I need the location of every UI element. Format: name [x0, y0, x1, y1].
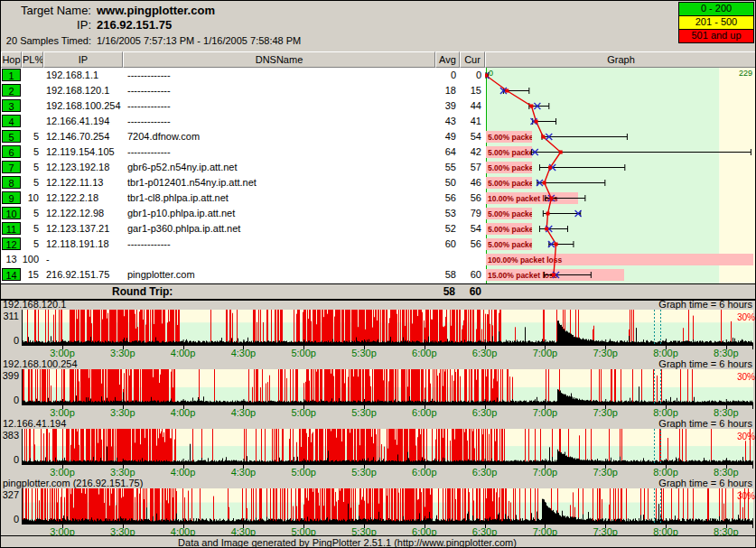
hop-number-badge: 3 [2, 99, 21, 112]
time-axis-end-tick [752, 346, 753, 349]
hop-number-badge: 2 [2, 84, 21, 97]
y-axis-zero-label: 0 [1, 335, 19, 346]
hop-number-badge: 1 [2, 69, 21, 81]
cur-cell: 79 [460, 206, 485, 221]
timeline-target-label: 12.166.41.194 [3, 418, 66, 429]
timeline-plot-area: 399030% [1, 369, 756, 405]
avg-cell: 55 [435, 160, 460, 175]
graph-time-label: Graph time = 6 hours [658, 478, 752, 488]
y-axis-max-label: 327 [1, 489, 19, 500]
time-axis-label: 3:30p [107, 407, 138, 418]
y-axis-zero-label: 0 [1, 454, 19, 465]
table-row-hop-6[interactable]: 6512.119.154.105-------------6442 [1, 144, 756, 160]
ip-cell: 12.123.192.18 [43, 160, 123, 175]
time-axis-label: 5:00p [288, 467, 319, 478]
table-row-hop-10[interactable]: 10512.122.12.98gbr1-p10.phlpa.ip.att.net… [1, 206, 756, 221]
column-header-pl[interactable]: PL% [22, 51, 43, 68]
legend-item-yellow: 201 - 500 [678, 15, 754, 30]
time-axis-label: 6:00p [409, 348, 440, 358]
hop-number-cell: 7 [1, 160, 22, 175]
table-row-hop-8[interactable]: 8512.122.11.13tbr1-p012401.n54ny.ip.att.… [1, 175, 756, 190]
graph-time-label: Graph time = 6 hours [658, 418, 752, 429]
cur-cell: 54 [460, 221, 485, 237]
column-header-ip[interactable]: IP [43, 51, 123, 68]
table-row-hop-1[interactable]: 1192.168.1.1-------------00 [1, 68, 756, 83]
loss-scale-label: 30% [737, 372, 755, 382]
packet-loss-percent-cell: 5 [22, 237, 43, 252]
dnsname-cell: ------------- [123, 114, 435, 129]
hop-number-badge: 10 [2, 207, 21, 219]
dnsname-cell: ------------- [123, 83, 435, 98]
time-axis-label: 8:00p [650, 348, 681, 358]
hop-number-cell: 14 [1, 267, 22, 283]
cur-cell: 56 [460, 237, 485, 252]
cur-cell: 42 [460, 144, 485, 160]
packet-loss-percent-cell [22, 98, 43, 114]
time-axis-label: 7:30p [590, 407, 621, 418]
avg-cell: 52 [435, 221, 460, 237]
ip-cell: 12.119.154.105 [43, 144, 123, 160]
hop-number-badge: 8 [2, 176, 21, 189]
column-header-dnsname[interactable]: DNSName [123, 51, 435, 68]
packet-loss-percent-cell: 5 [22, 221, 43, 237]
packet-loss-percent-cell: 15 [22, 267, 43, 283]
timeline-canvas [22, 429, 753, 465]
ip-cell: 12.122.12.98 [43, 206, 123, 221]
timeline-panel-header: 192.168.120.1Graph time = 6 hours [1, 299, 756, 310]
dnsname-cell: tbr1-p012401.n54ny.ip.att.net [123, 175, 435, 190]
ip-cell: 12.166.41.194 [43, 114, 123, 129]
column-header-avg[interactable]: Avg [435, 51, 460, 68]
table-row-hop-11[interactable]: 11512.123.137.21gar1-p360.phlpa.ip.att.n… [1, 221, 756, 237]
hop-number-badge: 6 [2, 145, 21, 158]
dnsname-cell: gbr6-p52.n54ny.ip.att.net [123, 160, 435, 175]
time-axis-label: 3:00p [47, 348, 78, 358]
packet-loss-percent-cell: 100 [22, 252, 43, 267]
table-row-hop-4[interactable]: 412.166.41.194-------------4341 [1, 114, 756, 129]
hop-number-cell: 13 [1, 252, 22, 267]
column-header-cur[interactable]: Cur [460, 51, 485, 68]
legend-item-green: 0 - 200 [678, 2, 754, 16]
ip-label: IP: [1, 18, 91, 32]
hop-number-cell: 6 [1, 144, 22, 160]
timeline-canvas [22, 369, 753, 405]
time-axis-label: 8:00p [650, 467, 681, 478]
table-row-hop-13[interactable]: 13100- [1, 252, 756, 267]
loss-scale-label: 30% [737, 432, 755, 441]
graph-time-label: Graph time = 6 hours [658, 358, 752, 369]
table-row-hop-7[interactable]: 7512.123.192.18gbr6-p52.n54ny.ip.att.net… [1, 160, 756, 175]
table-row-hop-14[interactable]: 1415216.92.151.75pingplotter.com5860 [1, 267, 756, 283]
timeline-panel-timeline-hop3: 192.168.100.254Graph time = 6 hours39903… [1, 358, 756, 418]
time-axis-label: 4:30p [228, 407, 258, 418]
time-axis-label: 5:30p [349, 467, 379, 478]
cur-cell: 60 [460, 267, 485, 283]
hop-number-cell: 11 [1, 221, 22, 237]
table-row-hop-9[interactable]: 91012.122.2.18tbr1-cl8.phlpa.ip.att.net5… [1, 190, 756, 206]
avg-cell: 56 [435, 190, 460, 206]
column-header-graph[interactable]: Graph [485, 51, 756, 68]
dnsname-cell: ------------- [123, 68, 435, 83]
cur-cell: 41 [460, 114, 485, 129]
time-axis-label: 7:00p [529, 348, 560, 358]
time-axis-label: 3:00p [47, 407, 78, 418]
table-row-hop-3[interactable]: 3192.168.100.254-------------3944 [1, 98, 756, 114]
column-header-hop[interactable]: Hop [1, 51, 22, 68]
time-axis-label: 6:30p [470, 407, 500, 418]
time-axis: 3:00p3:30p4:00p4:30p5:00p5:30p6:00p6:30p… [1, 405, 756, 418]
table-row-hop-5[interactable]: 5512.146.70.2547204.dfnow.com4954 [1, 129, 756, 144]
time-axis-label: 7:00p [529, 467, 560, 478]
round-trip-label: Round Trip: [112, 285, 173, 298]
hop-number-badge: 9 [2, 191, 21, 204]
time-axis-label: 3:30p [107, 348, 138, 358]
table-row-hop-12[interactable]: 12512.118.191.18-------------6056 [1, 237, 756, 252]
time-axis-label: 5:30p [349, 407, 379, 418]
cur-cell: 44 [460, 98, 485, 114]
timeline-plot-area: 311030% [1, 310, 756, 346]
dnsname-cell: gar1-p360.phlpa.ip.att.net [123, 221, 435, 237]
cur-cell: 54 [460, 129, 485, 144]
avg-cell: 18 [435, 83, 460, 98]
avg-cell [435, 252, 460, 267]
ip-cell: 12.118.191.18 [43, 237, 123, 252]
table-row-hop-2[interactable]: 2192.168.120.1-------------1815 [1, 83, 756, 98]
time-axis-label: 8:30p [711, 407, 742, 418]
timeline-panel-timeline-hop2: 192.168.120.1Graph time = 6 hours311030%… [1, 299, 756, 358]
